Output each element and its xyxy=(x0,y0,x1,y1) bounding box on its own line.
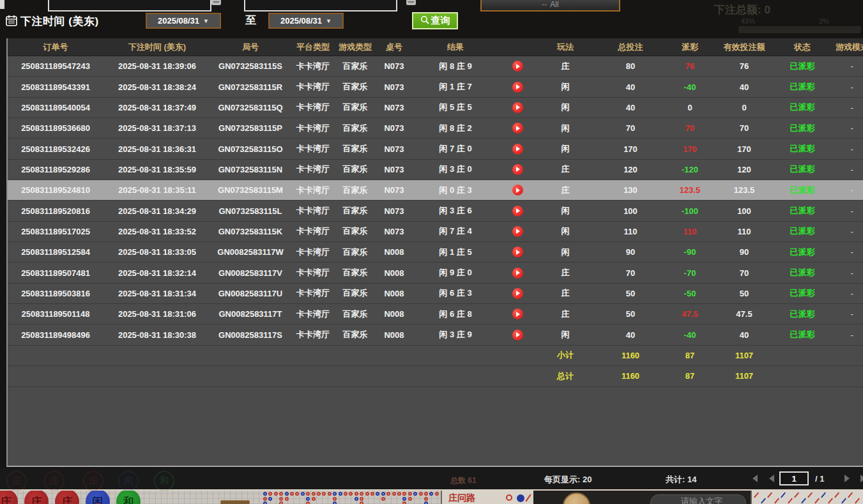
cell-game: 百家乐 xyxy=(336,201,374,220)
table-row[interactable]: 2508311895472432025-08-31 18:39:06GN0732… xyxy=(8,56,863,77)
cell-bet: 40 xyxy=(593,98,668,118)
cell-playtype: 闲 xyxy=(538,222,593,241)
play-video-icon[interactable] xyxy=(512,206,523,217)
play-video-icon[interactable] xyxy=(512,102,523,113)
cell-result: 闲 8 庄 9 xyxy=(414,56,497,76)
cell-order: 250831189532426 xyxy=(8,139,103,158)
column-header-bet: 总投注 xyxy=(593,38,668,56)
road-slash xyxy=(788,498,793,504)
prev-page-arrow-icon[interactable] xyxy=(769,475,774,482)
road-dot xyxy=(279,501,283,504)
date-from-select[interactable]: 2025/08/31 ▼ xyxy=(146,13,221,29)
cell-platform: 卡卡湾厅 xyxy=(290,180,336,200)
cell-result: 闲 0 庄 3 xyxy=(414,180,497,200)
cell-payout: 87 xyxy=(668,366,712,386)
cell-valid: 123.5 xyxy=(712,180,777,200)
cell-game: 百家乐 xyxy=(336,56,374,76)
date-to-select[interactable]: 2025/08/31 ▼ xyxy=(268,13,344,29)
table-row[interactable]: 2508311895208162025-08-31 18:34:29GN0732… xyxy=(8,201,863,221)
cell-valid: 110 xyxy=(712,222,777,241)
big-eye-road-icon xyxy=(506,494,512,501)
filter-input-2[interactable] xyxy=(244,0,397,11)
table-row[interactable]: 2508311895170252025-08-31 18:33:52GN0732… xyxy=(8,222,863,242)
filter-dropdown-all[interactable]: -- All xyxy=(480,0,620,11)
small-road-icon xyxy=(517,494,524,502)
cell-playtype: 庄 xyxy=(538,263,593,282)
play-video-icon[interactable] xyxy=(512,82,523,93)
cell-play xyxy=(497,222,538,241)
cell-playtype: 总计 xyxy=(538,366,593,386)
cell-game: 百家乐 xyxy=(336,180,374,200)
cell-tableNo: N073 xyxy=(374,77,414,96)
table-row[interactable]: 2508311895324262025-08-31 18:36:31GN0732… xyxy=(8,139,863,159)
date-to-value: 2025/08/31 xyxy=(280,16,322,26)
play-video-icon[interactable] xyxy=(512,226,523,237)
cell-play xyxy=(497,56,538,76)
road-dot xyxy=(402,501,406,504)
cell-play xyxy=(497,346,538,365)
first-page-arrow-icon[interactable] xyxy=(752,475,758,482)
play-video-icon[interactable] xyxy=(512,330,523,340)
road-dot xyxy=(355,492,358,496)
cell-status: 已派彩 xyxy=(777,263,828,282)
table-row[interactable]: 2508311894984962025-08-31 18:30:38GN0082… xyxy=(8,325,863,345)
play-video-icon[interactable] xyxy=(512,144,523,155)
road-slash xyxy=(834,493,839,498)
road-slash xyxy=(801,498,806,504)
filter-input-1[interactable] xyxy=(48,0,211,11)
table-row[interactable]: 2508311895366802025-08-31 18:37:13GN0732… xyxy=(8,118,863,139)
per-page-label: 每页显示: 20 xyxy=(544,474,592,485)
cell-status: 已派彩 xyxy=(777,98,828,118)
road-dot xyxy=(312,492,316,496)
cell-valid: 100 xyxy=(712,201,777,220)
cell-valid: 40 xyxy=(712,325,777,344)
road-dot xyxy=(344,492,347,496)
page-number-input[interactable]: 1 xyxy=(779,471,809,485)
cell-play xyxy=(497,325,538,344)
play-video-icon[interactable] xyxy=(512,123,523,134)
play-video-icon[interactable] xyxy=(512,185,523,195)
cell-time: 2025-08-31 18:37:49 xyxy=(103,98,211,118)
last-page-arrow-icon[interactable] xyxy=(860,475,863,482)
road-dot xyxy=(317,492,321,496)
cell-play xyxy=(497,98,538,118)
table-row[interactable]: 2508311895292862025-08-31 18:35:59GN0732… xyxy=(8,160,863,180)
play-video-icon[interactable] xyxy=(512,268,523,279)
cell-round: GN0732583115Q xyxy=(211,98,290,118)
cell-result: 闲 6 庄 3 xyxy=(414,284,497,303)
table-row[interactable]: 2508311895011482025-08-31 18:31:06GN0082… xyxy=(8,304,863,325)
cell-platform: 卡卡湾厅 xyxy=(290,263,336,282)
road-dot xyxy=(333,501,337,504)
table-row[interactable]: 2508311895248102025-08-31 18:35:11GN0732… xyxy=(8,180,863,201)
play-video-icon[interactable] xyxy=(512,164,523,175)
table-row[interactable]: 2508311895400542025-08-31 18:37:49GN0732… xyxy=(8,98,863,118)
cell-tableNo: N073 xyxy=(374,118,414,138)
cell-time: 2025-08-31 18:39:06 xyxy=(103,56,211,76)
table-row[interactable]: 2508311895074812025-08-31 18:32:14GN0082… xyxy=(8,263,863,283)
table-row[interactable]: 2508311895038162025-08-31 18:31:34GN0082… xyxy=(8,284,863,304)
table-row[interactable]: 2508311895433912025-08-31 18:38:24GN0732… xyxy=(8,77,863,97)
cell-round: GN0082583117W xyxy=(211,242,290,262)
cell-payout: -40 xyxy=(668,77,712,96)
road-slash xyxy=(848,493,853,498)
search-button[interactable]: 查询 xyxy=(412,12,458,29)
cell-game: 百家乐 xyxy=(336,325,374,344)
column-header-tableNo: 桌号 xyxy=(374,38,414,56)
play-video-icon[interactable] xyxy=(512,247,523,257)
road-slash xyxy=(821,493,826,498)
cell-tableNo: N008 xyxy=(374,304,414,324)
calendar-icon xyxy=(6,15,17,29)
road-dot xyxy=(285,497,289,501)
play-video-icon[interactable] xyxy=(512,309,523,319)
table-row[interactable]: 2508311895125842025-08-31 18:33:05GN0082… xyxy=(8,242,863,263)
cell-play xyxy=(497,160,538,179)
cell-round xyxy=(211,366,290,386)
play-video-icon[interactable] xyxy=(512,61,523,72)
cell-status: 已派彩 xyxy=(777,160,828,179)
cell-round: GN0732583115M xyxy=(211,180,290,200)
cell-result: 闲 8 庄 2 xyxy=(414,118,497,138)
cell-bet: 40 xyxy=(593,325,668,344)
cell-playtype: 庄 xyxy=(538,284,593,303)
next-page-arrow-icon[interactable] xyxy=(844,475,850,482)
play-video-icon[interactable] xyxy=(512,288,523,299)
